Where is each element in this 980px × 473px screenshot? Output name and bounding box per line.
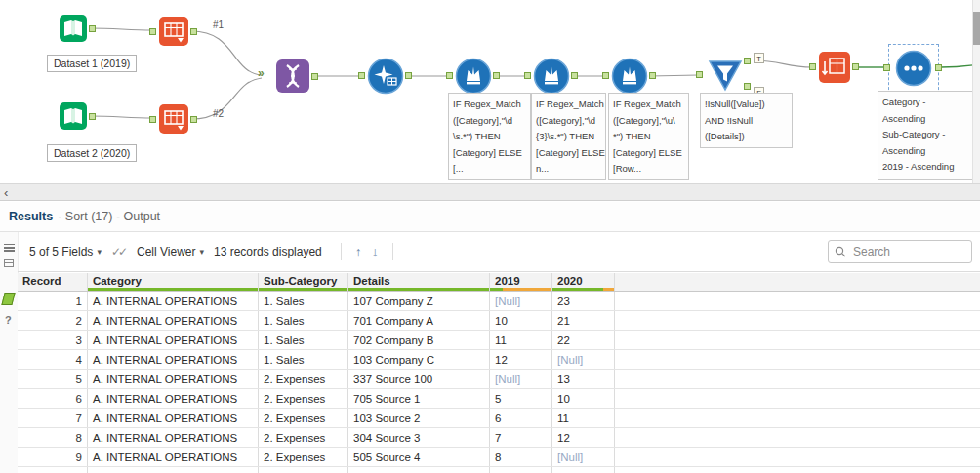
union-tool[interactable]: »: [275, 59, 310, 98]
table-cell[interactable]: [Null]: [552, 350, 615, 369]
table-cell[interactable]: 5: [18, 370, 88, 388]
false-output-anchor[interactable]: [744, 83, 751, 90]
input-data-tool-1[interactable]: [59, 14, 88, 47]
input-anchor[interactable]: [809, 63, 816, 70]
output-anchor[interactable]: [190, 28, 197, 35]
table-cell[interactable]: [Null]: [490, 370, 552, 388]
input-data-tool-2[interactable]: [59, 101, 88, 135]
table-cell[interactable]: A. INTERNAL OPERATIONS: [88, 331, 259, 349]
table-cell[interactable]: 8: [18, 428, 88, 447]
data-anchor-icon[interactable]: [1, 293, 15, 305]
select-tool-1[interactable]: [158, 16, 189, 51]
cell-viewer-dropdown[interactable]: Cell Viewer ▾: [137, 245, 204, 258]
annotation-sort[interactable]: Category - Ascending Sub-Category - Asce…: [878, 91, 980, 180]
column-header-2019[interactable]: 2019: [490, 273, 552, 291]
cleanse-tool[interactable]: [367, 58, 404, 99]
table-cell[interactable]: 2. Expenses: [259, 428, 348, 447]
table-cell[interactable]: 107 Company Z: [348, 292, 490, 310]
table-cell[interactable]: 505 Source 4: [348, 448, 490, 466]
table-cell[interactable]: 13: [552, 370, 615, 388]
table-cell[interactable]: 3: [18, 331, 88, 349]
table-cell[interactable]: [Null]: [490, 467, 552, 473]
dataset2-label[interactable]: Dataset 2 (2020): [47, 144, 137, 162]
table-cell[interactable]: 1. Sales: [259, 350, 348, 369]
scroll-up-icon[interactable]: ↑: [355, 244, 362, 259]
output-anchor[interactable]: [649, 72, 656, 79]
table-cell[interactable]: 103 Company C: [348, 350, 490, 369]
input-anchor[interactable]: [358, 72, 365, 79]
table-cell[interactable]: 6: [490, 409, 552, 427]
annotation-formula-2[interactable]: IF Regex_Match ([Category],"\d {3}\s.*")…: [531, 93, 606, 180]
column-header-record[interactable]: Record: [18, 273, 88, 291]
table-cell[interactable]: 8: [490, 448, 552, 466]
table-cell[interactable]: 2. Expenses: [259, 448, 348, 466]
table-cell[interactable]: A. INTERNAL OPERATIONS: [88, 428, 259, 447]
table-cell[interactable]: 10: [552, 389, 615, 408]
column-header-2020[interactable]: 2020: [552, 273, 615, 291]
table-cell[interactable]: 702 Company B: [348, 331, 490, 349]
input-anchor[interactable]: [524, 72, 531, 79]
output-anchor[interactable]: [89, 113, 96, 120]
table-cell[interactable]: 1: [18, 292, 88, 310]
table-cell[interactable]: [Null]: [490, 292, 552, 310]
multi-input-anchor-icon[interactable]: »: [258, 66, 263, 80]
table-cell[interactable]: 5: [490, 389, 552, 408]
table-cell[interactable]: A. INTERNAL OPERATIONS: [88, 292, 259, 310]
table-cell[interactable]: 10: [18, 467, 88, 473]
table-cell[interactable]: A. INTERNAL OPERATIONS: [88, 409, 259, 427]
search-box[interactable]: [828, 240, 972, 263]
table-cell[interactable]: 701 Company A: [348, 311, 490, 330]
table-cell[interactable]: 1. Sales: [259, 292, 348, 310]
input-anchor[interactable]: [149, 28, 156, 35]
scrollbar-thumb[interactable]: [973, 12, 980, 45]
scroll-left-icon[interactable]: ‹: [4, 184, 8, 201]
canvas-vertical-scrollbar[interactable]: [972, 0, 980, 183]
input-anchor[interactable]: [696, 71, 703, 78]
table-cell[interactable]: A. INTERNAL OPERATIONS: [88, 370, 259, 388]
output-anchor[interactable]: [190, 116, 197, 123]
input-anchor[interactable]: [149, 116, 156, 123]
table-cell[interactable]: 11: [490, 331, 552, 349]
output-anchor[interactable]: [405, 72, 412, 79]
column-header-sub-category[interactable]: Sub-Category: [259, 273, 348, 291]
table-cell[interactable]: 11: [552, 409, 615, 427]
help-icon[interactable]: ?: [5, 314, 12, 326]
table-cell[interactable]: 1. Sales: [259, 331, 348, 349]
output-anchor[interactable]: [311, 73, 318, 80]
messages-view-icon[interactable]: [4, 244, 15, 252]
fields-dropdown[interactable]: 5 of 5 Fields ▾: [29, 245, 102, 258]
table-cell[interactable]: 2. Expenses: [259, 370, 348, 388]
table-cell[interactable]: 21: [552, 311, 615, 330]
input-anchor[interactable]: [602, 72, 609, 79]
transform-tool[interactable]: [818, 51, 851, 88]
select-tool-2[interactable]: [158, 103, 189, 138]
output-anchor[interactable]: [493, 72, 500, 79]
table-cell[interactable]: B. EXTERNAL OPERATIONS: [88, 467, 259, 473]
table-cell[interactable]: 4: [18, 350, 88, 369]
table-cell[interactable]: 9: [18, 448, 88, 466]
column-header-details[interactable]: Details: [348, 273, 490, 291]
table-cell[interactable]: 103 Source 2: [348, 409, 490, 427]
output-anchor[interactable]: [89, 25, 96, 32]
output-anchor[interactable]: [935, 64, 942, 71]
annotation-filter[interactable]: !IsNull([Value]) AND !IsNull ([Details]): [700, 93, 793, 148]
table-cell[interactable]: 7: [18, 409, 88, 427]
annotation-formula-3[interactable]: IF Regex_Match ([Category],"\u\ *") THEN…: [608, 93, 689, 180]
input-anchor[interactable]: [446, 72, 453, 79]
double-check-icon[interactable]: ✓✓: [111, 245, 125, 258]
table-cell[interactable]: 2. Expenses: [259, 389, 348, 408]
table-cell[interactable]: A. INTERNAL OPERATIONS: [88, 350, 259, 369]
table-cell[interactable]: 304 Source 3: [348, 428, 490, 447]
table-cell[interactable]: 337 Source 100: [348, 370, 490, 388]
metadata-view-icon[interactable]: [4, 259, 14, 267]
workflow-canvas[interactable]: Dataset 1 (2019) #1 D: [0, 0, 980, 183]
table-cell[interactable]: 12: [552, 428, 615, 447]
table-cell[interactable]: 10: [490, 311, 552, 330]
table-cell[interactable]: 705 Source 1: [348, 389, 490, 408]
scroll-down-icon[interactable]: ↓: [372, 244, 379, 259]
column-header-category[interactable]: Category: [88, 273, 259, 291]
table-cell[interactable]: 33: [552, 467, 615, 473]
canvas-horizontal-scrollbar[interactable]: ‹: [0, 183, 980, 201]
table-cell[interactable]: 2. Expenses: [259, 409, 348, 427]
true-output-anchor[interactable]: [744, 58, 751, 64]
